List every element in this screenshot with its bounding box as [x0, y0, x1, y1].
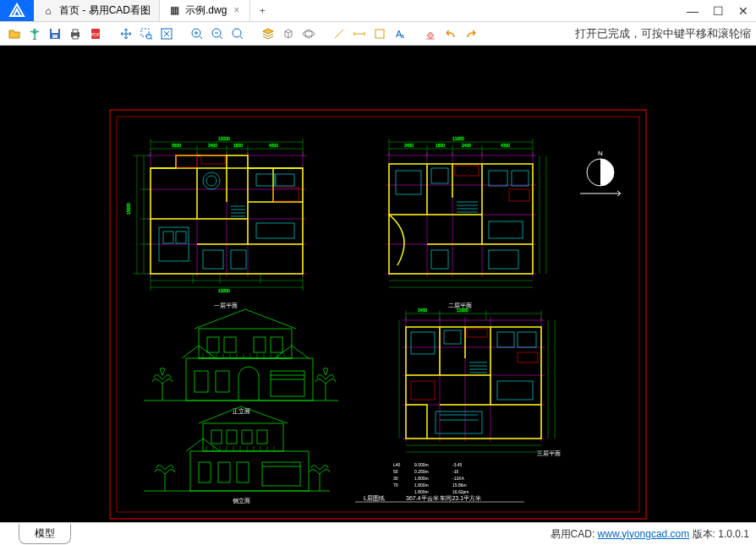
zoom-out-button[interactable]	[208, 25, 227, 43]
minimize-button[interactable]: —	[680, 4, 705, 18]
svg-text:PDF: PDF	[91, 32, 100, 37]
svg-rect-147	[211, 430, 222, 444]
plan3-label: 三层平面	[537, 450, 561, 456]
plan1-label: 一层平面	[214, 302, 238, 308]
layers-button[interactable]	[259, 25, 277, 43]
area-button[interactable]	[370, 25, 389, 43]
tab-strip: ⌂ 首页 - 易用CAD看图 ▦ 示例.dwg × +	[34, 0, 680, 21]
statusbar: 模型 易用CAD: www.yiyongcad.com 版本: 1.0.0.1	[0, 522, 756, 545]
info: 1.800m	[414, 489, 429, 494]
dim: 3450	[418, 308, 427, 313]
3d-orbit-button[interactable]	[299, 25, 318, 43]
3d-box-button[interactable]	[279, 25, 298, 43]
dim: 5600	[172, 143, 181, 148]
open-button[interactable]	[5, 25, 24, 43]
tab-file[interactable]: ▦ 示例.dwg ×	[160, 0, 250, 21]
svg-rect-120	[199, 329, 292, 358]
brand-label: 易用CAD:	[551, 528, 598, 540]
svg-rect-2	[52, 35, 58, 38]
svg-point-63	[206, 176, 216, 186]
svg-rect-73	[176, 155, 197, 167]
dim: 3450	[404, 143, 414, 148]
maximize-button[interactable]: ☐	[705, 4, 731, 18]
svg-rect-148	[227, 430, 237, 444]
home-icon: ⌂	[42, 5, 54, 17]
svg-rect-107	[489, 221, 523, 238]
svg-rect-127	[271, 371, 304, 396]
close-button[interactable]: ✕	[731, 4, 756, 18]
svg-rect-205	[467, 329, 487, 337]
dim: 4300	[269, 143, 278, 148]
tab-file-label: 示例.dwg	[185, 3, 227, 18]
svg-rect-108	[431, 250, 448, 269]
erase-button[interactable]	[421, 25, 440, 43]
save-button[interactable]	[46, 25, 64, 43]
model-tab[interactable]: 模型	[19, 524, 71, 544]
svg-text:a: a	[401, 33, 404, 39]
info: -10	[452, 469, 458, 474]
new-tab-button[interactable]: +	[250, 0, 274, 21]
palm-button[interactable]	[25, 25, 44, 43]
text-button[interactable]: Aa	[391, 25, 409, 43]
info: 16.62pm	[452, 489, 468, 494]
dim: 4300	[501, 143, 510, 148]
version-value: 1.0.0.1	[718, 528, 749, 540]
toolbar-status-text: 打开已完成，可按中键平移和滚轮缩	[575, 26, 751, 41]
info: 9.000m	[414, 462, 429, 467]
brand-url[interactable]: www.yiyongcad.com	[598, 528, 690, 540]
dim: 15000	[218, 288, 230, 293]
svg-rect-194	[444, 330, 461, 344]
svg-rect-114	[455, 166, 479, 176]
dim: 3400	[208, 143, 217, 148]
svg-rect-65	[276, 174, 294, 186]
svg-rect-66	[231, 250, 246, 269]
version-label: 版本:	[689, 528, 718, 540]
svg-rect-61	[176, 232, 186, 243]
measure-button[interactable]	[350, 25, 369, 43]
titlebar: ⌂ 首页 - 易用CAD看图 ▦ 示例.dwg × + — ☐ ✕	[0, 0, 756, 22]
frame-dims: 367.4平云米 车间23.1平方米	[406, 495, 481, 501]
svg-rect-122	[224, 337, 236, 352]
svg-rect-15	[375, 30, 384, 38]
svg-rect-146	[203, 423, 283, 451]
dim: 1800	[233, 143, 243, 148]
svg-rect-145	[190, 451, 309, 491]
info: -11KA	[452, 476, 465, 481]
svg-rect-75	[273, 188, 299, 201]
svg-rect-152	[218, 462, 230, 482]
compass-icon: N	[580, 150, 621, 196]
svg-text:L层图纸: L层图纸	[364, 495, 385, 501]
grid-icon: ▦	[168, 4, 180, 16]
info: -3.45	[452, 462, 463, 467]
info: L40	[393, 462, 401, 467]
tab-home[interactable]: ⌂ 首页 - 易用CAD看图	[34, 0, 160, 21]
svg-rect-68	[256, 223, 294, 238]
svg-rect-124	[271, 337, 282, 352]
svg-rect-206	[518, 352, 538, 362]
print-button[interactable]	[66, 25, 85, 43]
svg-point-14	[303, 31, 315, 36]
svg-rect-109	[489, 250, 518, 269]
svg-rect-8	[141, 29, 149, 36]
zoom-in-button[interactable]	[188, 25, 206, 43]
undo-button[interactable]	[441, 25, 460, 43]
info: 1.800m	[414, 482, 429, 488]
svg-rect-150	[257, 430, 267, 444]
tab-close-icon[interactable]: ×	[232, 4, 241, 16]
zoom-extents-button[interactable]	[157, 25, 176, 43]
pdf-button[interactable]: PDF	[86, 25, 105, 43]
pan-button[interactable]	[117, 25, 135, 43]
zoom-window-button[interactable]	[137, 25, 156, 43]
drawing-canvas[interactable]: 5600 3400 1800 4300 15000 15000 15000	[0, 46, 756, 522]
svg-rect-125	[194, 371, 208, 392]
svg-rect-60	[163, 232, 173, 243]
svg-rect-5	[73, 35, 78, 39]
svg-rect-106	[512, 171, 529, 186]
svg-rect-197	[497, 381, 533, 400]
line-button[interactable]	[330, 25, 348, 43]
statusbar-info: 易用CAD: www.yiyongcad.com 版本: 1.0.0.1	[551, 527, 749, 542]
zoom-button[interactable]	[228, 25, 247, 43]
redo-button[interactable]	[462, 25, 480, 43]
svg-rect-151	[199, 462, 211, 482]
svg-rect-207	[411, 381, 435, 400]
